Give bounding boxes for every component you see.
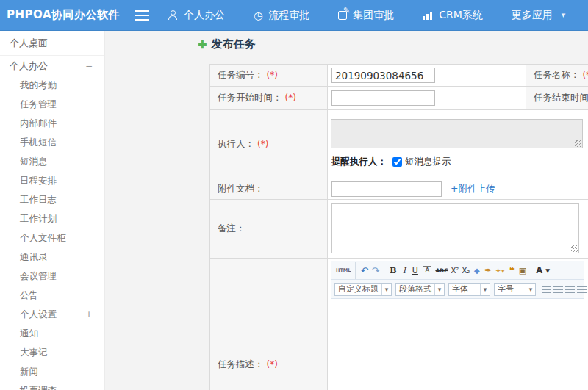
caret-down-icon: ▾ [562, 10, 566, 20]
sidebar-item-label: 短消息 [20, 156, 48, 168]
sidebar-item[interactable]: 公告 [0, 286, 104, 305]
workflow-icon [254, 10, 262, 21]
hamburger-menu-icon[interactable] [135, 10, 149, 21]
sidebar-item-label: 内部邮件 [20, 118, 57, 130]
sidebar-item[interactable]: 个人桌面 [0, 31, 104, 56]
description-label-cell: 任务描述：(*) [210, 259, 328, 390]
sidebar-item-label: 任务管理 [20, 98, 57, 111]
align-right-icon[interactable] [565, 286, 575, 293]
top-nav-item[interactable]: 个人办公 [168, 9, 234, 22]
editor-toolbar-row2: 自定义标题 段落格式 字体 [331, 280, 584, 299]
task-name-label-cell: 任务名称：(*) [526, 65, 588, 87]
end-time-label-cell: 任务结束时间：(*) [526, 87, 588, 110]
paragraph-format-select[interactable]: 段落格式 [395, 283, 445, 296]
underline-icon[interactable]: U [409, 262, 420, 279]
sidebar-item[interactable]: 个人文件柜 [0, 228, 104, 248]
chart-icon [423, 11, 433, 20]
sidebar-item[interactable]: 通知 [0, 324, 104, 343]
sidebar-item-label: 新闻 [20, 366, 38, 378]
editor-content-area[interactable] [331, 299, 584, 390]
subscript-icon[interactable]: X₂ [460, 262, 471, 279]
superscript-icon[interactable]: X² [449, 262, 460, 279]
sidebar-item[interactable]: 工作计划 [0, 209, 104, 228]
sidebar-item[interactable]: 投票调查 [0, 381, 104, 390]
sidebar-item-label: 投票调查 [20, 385, 57, 390]
italic-icon[interactable]: I [398, 262, 409, 279]
required-mark: (*) [583, 70, 588, 80]
attachment-input[interactable] [331, 181, 442, 197]
sidebar-item[interactable]: 日程安排 [0, 171, 104, 190]
attachment-upload-link[interactable]: +附件上传 [451, 183, 495, 195]
sidebar-item-label: 个人设置 [20, 308, 57, 321]
expand-toggle-icon[interactable]: − [85, 61, 93, 71]
sidebar-item-label: 个人办公 [10, 59, 48, 73]
sidebar-item[interactable]: 个人办公 − [0, 56, 104, 76]
sidebar-item-label: 会议管理 [20, 270, 57, 283]
top-bar: PHPOA协同办公软件 个人办公 流程审批 集团审批 [0, 0, 588, 31]
sidebar-item[interactable]: 我的考勤 [0, 76, 104, 95]
sidebar-item[interactable]: 手机短信 [0, 133, 104, 152]
source-code-icon[interactable]: HTML [334, 262, 356, 279]
sidebar-item[interactable]: 工作日志 [0, 190, 104, 209]
sidebar-item[interactable]: 个人设置 + [0, 305, 104, 324]
align-justify-icon[interactable] [577, 286, 587, 293]
top-nav-item[interactable]: CRM系统 [423, 9, 492, 22]
required-mark: (*) [267, 70, 278, 80]
font-size-select[interactable]: 字号 [494, 283, 536, 296]
top-nav-item[interactable]: 集团审批 [338, 9, 403, 22]
sidebar-item-label: 通讯录 [20, 251, 48, 264]
sidebar-item-label: 日程安排 [20, 175, 57, 187]
font-family-select[interactable]: 字体 [448, 283, 490, 296]
eraser-icon[interactable]: ◆ [471, 262, 482, 279]
sms-remind-checkbox[interactable] [392, 157, 402, 167]
top-nav-item[interactable]: 更多应用 ▾ [512, 9, 566, 22]
remark-label-cell: 备注： [210, 200, 328, 259]
executor-textarea[interactable] [331, 119, 583, 148]
quick-format-icon[interactable]: ✦▾ [493, 262, 506, 279]
remind-label: 提醒执行人： [331, 156, 387, 168]
strikethrough-icon[interactable]: ABC [434, 262, 449, 279]
top-nav-label: 个人办公 [184, 9, 225, 22]
sidebar-item-label: 通知 [20, 328, 38, 340]
sidebar-item[interactable]: 内部邮件 [0, 114, 104, 133]
paste-text-icon[interactable]: ▣ [517, 262, 531, 279]
font-style-icon[interactable]: A [423, 266, 431, 275]
top-nav-item[interactable]: 流程审批 [254, 9, 318, 22]
sidebar-item[interactable]: 大事记 [0, 343, 104, 362]
bold-icon[interactable]: B [387, 262, 398, 279]
custom-heading-select[interactable]: 自定义标题 [334, 283, 392, 296]
align-left-icon[interactable] [542, 286, 551, 293]
sidebar-item-label: 手机短信 [20, 137, 57, 149]
editor-toolbar-row1: HTML ↶ ↷ B I U A ABC [331, 261, 584, 280]
redo-icon[interactable]: ↷ [370, 262, 384, 279]
top-nav-label: 更多应用 [512, 9, 553, 22]
expand-toggle-icon[interactable]: + [85, 309, 93, 319]
sidebar-item[interactable]: 通讯录 [0, 248, 104, 267]
start-time-label-cell: 任务开始时间：(*) [210, 87, 328, 110]
sidebar-item-label: 工作计划 [20, 213, 57, 225]
top-nav-label: CRM系统 [439, 9, 483, 22]
rich-text-editor: HTML ↶ ↷ B I U A ABC [331, 261, 584, 390]
align-center-icon[interactable] [553, 286, 563, 293]
sidebar-item-label: 大事记 [20, 347, 48, 359]
sidebar-item[interactable]: 会议管理 [0, 267, 104, 286]
task-no-input[interactable] [331, 68, 435, 83]
sidebar-item[interactable]: 新闻 [0, 362, 104, 381]
format-brush-icon[interactable]: ✒ [482, 262, 493, 279]
font-color-icon[interactable]: A ▾ [534, 262, 551, 279]
sidebar-item-label: 个人桌面 [10, 37, 48, 50]
task-form: 任务编号：(*) 任务名称：(*) 任务开始时间：(*) 任务结束时间：(*) … [209, 64, 588, 390]
undo-icon[interactable]: ↶ [359, 262, 370, 279]
resize-grip-icon[interactable] [575, 140, 581, 147]
page-title: ✚ 发布任务 [198, 37, 256, 51]
plus-icon: ✚ [198, 38, 207, 51]
sidebar-item[interactable]: 短消息 [0, 152, 104, 171]
blockquote-icon[interactable]: ❝ [506, 262, 517, 279]
remark-textarea[interactable] [331, 203, 579, 253]
sidebar-item[interactable]: 任务管理 [0, 95, 104, 114]
resize-grip-icon[interactable] [571, 245, 578, 252]
executor-label-cell: 执行人：(*) [210, 110, 328, 178]
task-no-label-cell: 任务编号：(*) [210, 65, 328, 87]
app-logo: PHPOA协同办公软件 [0, 8, 135, 22]
start-time-input[interactable] [331, 90, 435, 106]
